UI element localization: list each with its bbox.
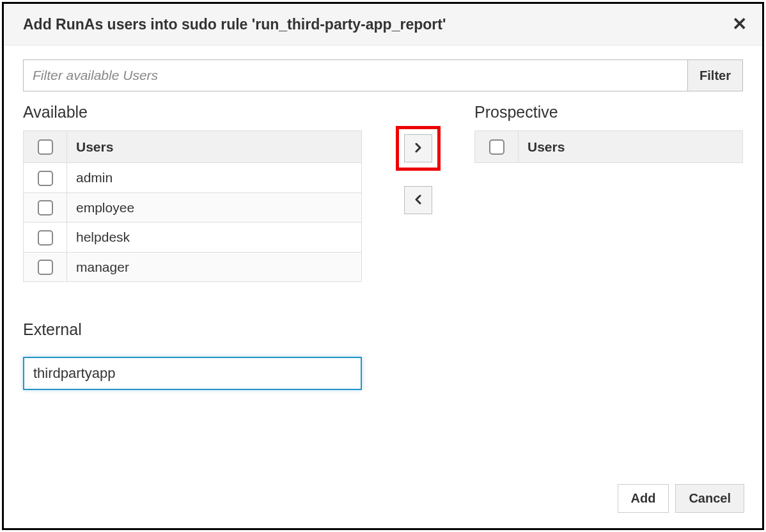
filter-input[interactable] <box>23 59 688 91</box>
user-cell[interactable]: employee <box>67 192 362 222</box>
add-button[interactable]: Add <box>618 484 669 513</box>
arrows-column <box>362 103 474 214</box>
prospective-checkall-checkbox[interactable] <box>489 139 504 155</box>
prospective-table: Users <box>474 130 743 163</box>
close-icon[interactable]: ✕ <box>732 15 747 33</box>
dialog-footer: Add Cancel <box>4 475 762 528</box>
prospective-column: Prospective Users <box>474 103 743 163</box>
move-right-button[interactable] <box>404 134 432 162</box>
table-row: helpdesk <box>24 223 362 252</box>
dialog-container: Add RunAs users into sudo rule 'run_thir… <box>2 2 764 530</box>
row-checkbox[interactable] <box>38 230 53 246</box>
prospective-checkall-header <box>475 131 519 163</box>
external-input[interactable] <box>23 357 362 390</box>
move-left-button[interactable] <box>404 186 432 214</box>
available-column: Available Users admin <box>23 103 362 390</box>
row-checkbox[interactable] <box>38 171 53 186</box>
columns-container: Available Users admin <box>23 103 743 390</box>
dialog-header: Add RunAs users into sudo rule 'run_thir… <box>4 4 762 45</box>
filter-row: Filter <box>23 59 743 91</box>
external-heading: External <box>23 320 362 339</box>
table-row: admin <box>24 163 362 192</box>
filter-button[interactable]: Filter <box>688 59 743 91</box>
prospective-users-header: Users <box>519 131 743 163</box>
cancel-button[interactable]: Cancel <box>675 484 744 513</box>
user-cell[interactable]: manager <box>67 252 362 281</box>
row-checkbox[interactable] <box>38 200 53 215</box>
dialog-body: Filter Available Users <box>4 45 762 475</box>
user-cell[interactable]: admin <box>67 163 362 192</box>
available-users-header: Users <box>67 131 362 163</box>
user-cell[interactable]: helpdesk <box>67 223 362 252</box>
available-checkall-header <box>24 131 67 163</box>
table-row: employee <box>24 192 362 222</box>
dialog-title: Add RunAs users into sudo rule 'run_thir… <box>23 16 446 33</box>
chevron-left-icon <box>413 192 423 208</box>
available-table: Users admin employee <box>23 130 362 282</box>
table-row: manager <box>24 252 362 281</box>
available-checkall-checkbox[interactable] <box>38 139 53 155</box>
external-section: External <box>23 320 362 390</box>
row-checkbox[interactable] <box>38 260 53 275</box>
arrow-right-highlight <box>396 126 441 171</box>
available-heading: Available <box>23 103 362 121</box>
chevron-right-icon <box>413 140 423 157</box>
prospective-heading: Prospective <box>474 103 743 121</box>
